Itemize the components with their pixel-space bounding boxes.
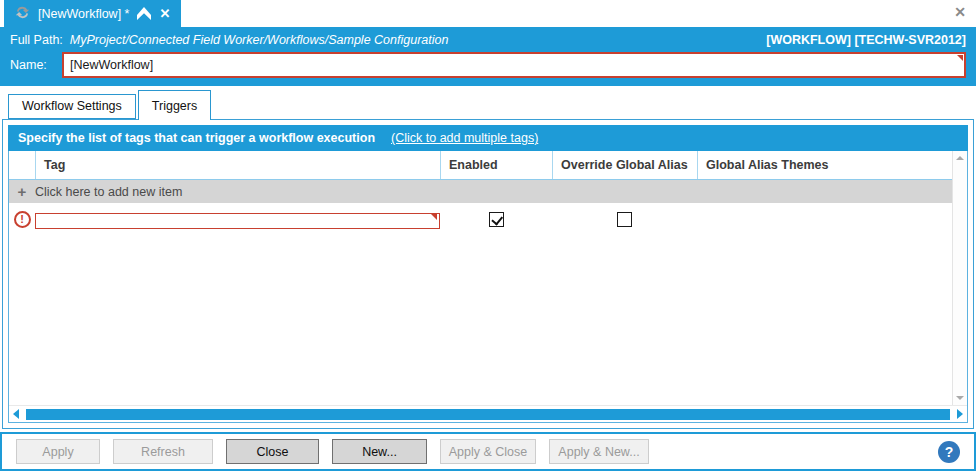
scroll-right-icon[interactable] [957, 409, 963, 419]
column-header-override-global-alias[interactable]: Override Global Alias [552, 151, 697, 179]
instruction-text: Specify the list of tags that can trigge… [18, 131, 375, 145]
validation-flag-icon [431, 214, 437, 220]
enabled-checkbox[interactable] [489, 212, 504, 227]
tab-workflow-settings[interactable]: Workflow Settings [8, 94, 136, 119]
name-input[interactable] [62, 52, 966, 78]
context-badge: [WORKFLOW] [TECHW-SVR2012] [766, 33, 966, 47]
triggers-grid: Tag Enabled Override Global Alias Global… [8, 151, 968, 423]
add-new-item-row[interactable]: + Click here to add new item [9, 180, 952, 203]
horizontal-scrollbar[interactable] [9, 405, 967, 422]
vertical-scrollbar[interactable] [952, 151, 967, 405]
document-tab-newworkflow[interactable]: [NewWorkflow] * ✕ [4, 0, 181, 27]
override-global-alias-cell [552, 212, 697, 227]
apply-and-new-button[interactable]: Apply & New... [549, 439, 649, 464]
footer-button-bar: Apply Refresh Close New... Apply & Close… [0, 432, 976, 471]
instruction-bar: Specify the list of tags that can trigge… [8, 125, 968, 151]
column-header-global-alias-themes[interactable]: Global Alias Themes [697, 151, 952, 179]
document-tab-title: [NewWorkflow] * [38, 7, 129, 21]
row-error-indicator: ! [9, 211, 35, 228]
column-header-tag[interactable]: Tag [35, 151, 440, 179]
horizontal-scroll-thumb[interactable] [26, 409, 950, 420]
enabled-cell [440, 212, 552, 227]
plus-icon: + [9, 184, 35, 199]
tag-cell [35, 211, 440, 229]
tab-strip: Workflow Settings Triggers [0, 86, 976, 119]
grid-empty-area [9, 236, 952, 405]
table-row: ! [9, 203, 952, 236]
document-tab-close-icon[interactable]: ✕ [159, 7, 170, 20]
add-multiple-tags-link[interactable]: (Click to add multiple tags) [391, 131, 538, 145]
close-button[interactable]: Close [226, 439, 319, 464]
window-close-icon[interactable]: ✕ [954, 5, 966, 19]
help-icon[interactable]: ? [938, 441, 960, 463]
new-button[interactable]: New... [332, 439, 427, 464]
validation-flag-icon [957, 55, 963, 61]
document-tab-bar: [NewWorkflow] * ✕ ✕ [0, 0, 976, 27]
name-label: Name: [10, 58, 62, 72]
path-header: Full Path: MyProject/Connected Field Wor… [0, 27, 976, 86]
refresh-button[interactable]: Refresh [113, 439, 213, 464]
name-field-wrap [62, 52, 966, 78]
column-header-enabled[interactable]: Enabled [440, 151, 552, 179]
column-header-indicator [9, 151, 35, 179]
full-path-value: MyProject/Connected Field Worker/Workflo… [70, 33, 449, 47]
scroll-down-icon[interactable] [956, 396, 964, 400]
grid-header-row: Tag Enabled Override Global Alias Global… [9, 151, 952, 180]
add-new-item-label: Click here to add new item [35, 185, 182, 199]
full-path-label: Full Path: [10, 33, 63, 47]
tag-input[interactable] [35, 213, 440, 229]
override-global-alias-checkbox[interactable] [617, 212, 632, 227]
apply-button[interactable]: Apply [16, 439, 100, 464]
error-icon: ! [14, 211, 31, 228]
sync-refresh-icon [15, 5, 30, 23]
apply-and-close-button[interactable]: Apply & Close [440, 439, 536, 464]
tab-triggers[interactable]: Triggers [138, 90, 211, 120]
float-up-icon[interactable] [137, 7, 151, 21]
workflow-editor-window: [NewWorkflow] * ✕ ✕ Full Path: MyProject… [0, 0, 976, 471]
scroll-up-icon[interactable] [956, 156, 964, 160]
scroll-left-icon[interactable] [13, 409, 19, 419]
triggers-panel: Specify the list of tags that can trigge… [2, 119, 974, 429]
